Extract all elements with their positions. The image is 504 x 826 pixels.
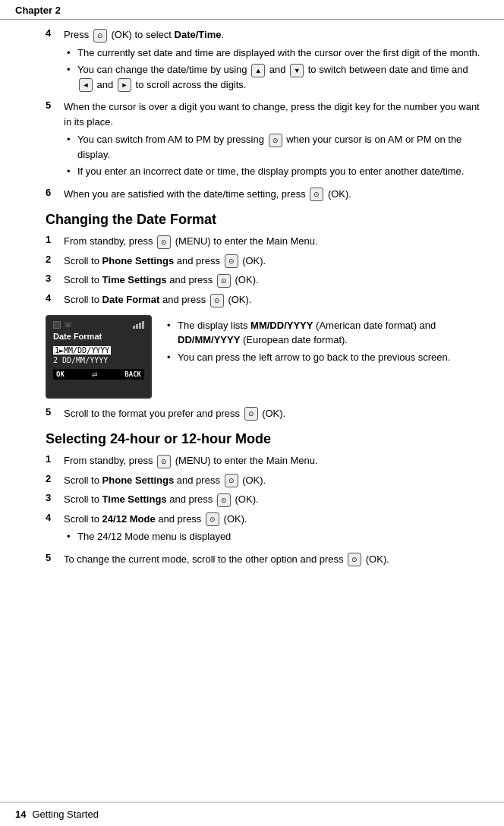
- step-text: Scroll to the format you prefer and pres…: [64, 406, 481, 421]
- bullet-item: • If you enter an incorrect date or time…: [64, 164, 481, 179]
- step-number: 3: [46, 492, 64, 507]
- screen-line-1: 1►MM/DD/YYYY: [53, 346, 111, 355]
- screen-phone-icon: ☏: [64, 321, 72, 329]
- bullet-dot: •: [64, 164, 77, 179]
- screen-title: Date Format: [53, 332, 144, 341]
- step-4-text: Press ⊙ (OK) to select Date/Time. • The …: [64, 27, 481, 95]
- device-screen-container: ☏ Date Format 1►MM/DD/YYYY 2 DD/MM/YYYY …: [46, 315, 481, 399]
- page-container: Chapter 2 4 Press ⊙ (OK) to select Date/…: [0, 0, 504, 826]
- step-number: 2: [46, 254, 64, 269]
- ok-icon-step4: ⊙: [93, 29, 107, 43]
- step-6-text: When you are satisfied with the date/tim…: [64, 187, 481, 202]
- bullet-dot: •: [64, 132, 77, 162]
- screen-top-bar: ☏: [53, 321, 144, 329]
- left-arrow-icon: ◄: [79, 78, 93, 92]
- step-5-datetime: 5 When the cursor is over a digit you wa…: [46, 99, 481, 182]
- screen-bottom-bar: OK ⇄ BACK: [53, 369, 144, 380]
- screen-line-2: 2 DD/MM/YYYY: [53, 356, 144, 364]
- step-number: 1: [46, 234, 64, 249]
- step-number: 5: [46, 406, 64, 421]
- right-arrow-icon: ►: [118, 78, 131, 92]
- chapter-title: Chapter 2: [15, 5, 61, 16]
- 24hr-step-1: 1 From standby, press ⊙ (MENU) to enter …: [46, 453, 481, 468]
- menu-icon-1: ⊙: [157, 235, 171, 249]
- bullet-text: If you enter an incorrect date or time, …: [77, 164, 464, 179]
- device-screen: ☏ Date Format 1►MM/DD/YYYY 2 DD/MM/YYYY …: [46, 315, 152, 399]
- 24hr-step4-bullets: • The 24/12 Mode menu is displayed: [64, 529, 481, 544]
- step-5-number: 5: [46, 99, 64, 182]
- screen-back-btn: BACK: [124, 370, 141, 378]
- step-number: 1: [46, 453, 64, 468]
- bullet-text: The 24/12 Mode menu is displayed: [77, 529, 231, 544]
- bullet-dot: •: [64, 62, 77, 92]
- bullet-text: The display lists MM/DD/YYYY (American d…: [178, 318, 481, 348]
- ok-icon-5: ⊙: [244, 407, 258, 421]
- bullet-dot: •: [64, 46, 77, 61]
- signal-bar-4: [142, 321, 144, 329]
- ok-icon-2: ⊙: [225, 254, 238, 268]
- bullet-item: • The currently set date and time are di…: [64, 46, 481, 61]
- bullet-text: You can press the left arrow to go back …: [178, 350, 450, 365]
- step-6-datetime: 6 When you are satisfied with the date/t…: [46, 187, 481, 202]
- bullet-item: • You can change the date/time by using …: [64, 62, 481, 92]
- ok-icon-step6: ⊙: [310, 188, 323, 201]
- screen-bullet-item-2: • You can press the left arrow to go bac…: [164, 350, 481, 365]
- screen-signal: [133, 321, 144, 329]
- step-6-number: 6: [46, 187, 64, 202]
- main-content: 4 Press ⊙ (OK) to select Date/Time. • Th…: [0, 20, 504, 802]
- signal-bar-2: [136, 324, 138, 329]
- date-format-step-3: 3 Scroll to Time Settings and press ⊙ (O…: [46, 273, 481, 288]
- date-format-heading: Changing the Date Format: [46, 212, 481, 228]
- step-text: Scroll to Phone Settings and press ⊙ (OK…: [64, 473, 481, 488]
- step-text: Scroll to Time Settings and press ⊙ (OK)…: [64, 492, 481, 507]
- bullet-item: • The 24/12 Mode menu is displayed: [64, 529, 481, 544]
- date-format-step-5: 5 Scroll to the format you prefer and pr…: [46, 406, 481, 421]
- step-number: 4: [46, 292, 64, 307]
- chapter-header: Chapter 2: [0, 0, 504, 20]
- step-4-number: 4: [46, 27, 64, 95]
- bullet-dot: •: [164, 350, 178, 365]
- footer-text: Getting Started: [32, 809, 98, 820]
- ok-icon-24hr-5: ⊙: [348, 553, 361, 566]
- screen-bullet-item-1: • The display lists MM/DD/YYYY (American…: [164, 318, 481, 348]
- footer-page-number: 14: [15, 809, 26, 820]
- 24hr-step-2: 2 Scroll to Phone Settings and press ⊙ (…: [46, 473, 481, 488]
- step-text: Scroll to Date Format and press ⊙ (OK).: [64, 292, 481, 307]
- ok-icon-24hr-2: ⊙: [225, 474, 238, 487]
- step-text: Scroll to Phone Settings and press ⊙ (OK…: [64, 254, 481, 269]
- bullet-text: You can change the date/time by using ▲ …: [77, 62, 481, 92]
- 24hr-heading: Selecting 24-hour or 12-hour Mode: [46, 431, 481, 447]
- screen-nav-arrows: ⇄: [92, 370, 98, 378]
- signal-bar-3: [139, 323, 141, 329]
- step-number: 3: [46, 273, 64, 288]
- step-5-bullets: • You can switch from AM to PM by pressi…: [64, 132, 481, 179]
- ok-icon-am-pm: ⊙: [269, 134, 282, 147]
- date-format-step-2: 2 Scroll to Phone Settings and press ⊙ (…: [46, 254, 481, 269]
- ok-icon-24hr-3: ⊙: [217, 493, 231, 507]
- screen-sq-icon: [53, 321, 61, 329]
- bullet-item: • You can switch from AM to PM by pressi…: [64, 132, 481, 162]
- bullet-dot: •: [64, 529, 77, 544]
- 24hr-step-3: 3 Scroll to Time Settings and press ⊙ (O…: [46, 492, 481, 507]
- step-4-bullets: • The currently set date and time are di…: [64, 46, 481, 93]
- screen-ok-btn: OK: [56, 370, 65, 378]
- date-format-step-1: 1 From standby, press ⊙ (MENU) to enter …: [46, 234, 481, 249]
- ok-icon-24hr-4: ⊙: [206, 512, 219, 526]
- step-text: From standby, press ⊙ (MENU) to enter th…: [64, 453, 481, 468]
- screen-side-bullets: • The display lists MM/DD/YYYY (American…: [164, 315, 481, 368]
- down-arrow-icon: ▼: [290, 64, 304, 77]
- bullet-text: The currently set date and time are disp…: [77, 46, 480, 61]
- up-arrow-icon: ▲: [251, 64, 265, 77]
- step-number: 5: [46, 552, 64, 567]
- page-footer: 14 Getting Started: [0, 802, 504, 826]
- step-number: 2: [46, 473, 64, 488]
- bullet-text: You can switch from AM to PM by pressing…: [77, 132, 481, 162]
- 24hr-step-5: 5 To change the current mode, scroll to …: [46, 552, 481, 567]
- signal-bar-1: [133, 326, 135, 329]
- menu-icon-24hr-1: ⊙: [157, 455, 171, 468]
- screen-bullet-list: • The display lists MM/DD/YYYY (American…: [164, 318, 481, 365]
- step-4-datetime: 4 Press ⊙ (OK) to select Date/Time. • Th…: [46, 27, 481, 95]
- ok-icon-3: ⊙: [217, 274, 231, 288]
- step-5-text: When the cursor is over a digit you want…: [64, 99, 481, 182]
- step-text: From standby, press ⊙ (MENU) to enter th…: [64, 234, 481, 249]
